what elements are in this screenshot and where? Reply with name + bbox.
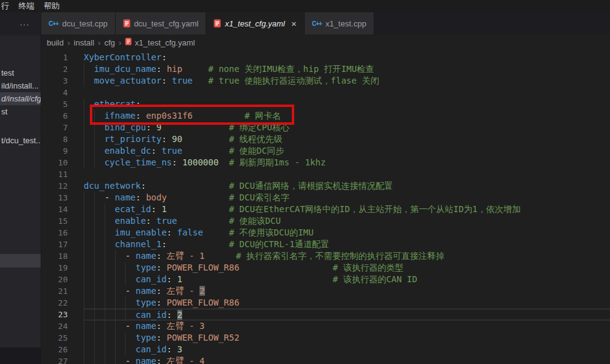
line-number[interactable]: 5 <box>41 98 84 110</box>
line-number[interactable]: 27 <box>41 355 84 364</box>
code-line[interactable]: 16imu_enable: false # 不使用该DCU的IMU <box>41 227 610 239</box>
menu-item[interactable]: 终端 <box>18 0 34 12</box>
token-k: name <box>135 321 156 331</box>
line-number[interactable]: 23 <box>41 309 84 320</box>
indent-guide <box>115 297 126 309</box>
sidebar-item[interactable]: ild/install... <box>0 79 41 92</box>
code-line[interactable]: 21- name: 左臂 - 2 <box>41 285 610 297</box>
line-number[interactable]: 6 <box>41 110 84 122</box>
sidebar-item[interactable]: test <box>0 66 41 79</box>
code-text: imu_dcu_name: hip # none 关闭IMU检查，hip 打开I… <box>84 63 610 75</box>
token-k: name <box>135 286 156 296</box>
menu-item[interactable]: 帮助 <box>44 0 60 12</box>
indent-guide <box>94 332 105 344</box>
code-line[interactable]: 10cycle_time_ns: 1000000 # 刷新周期1ms - 1kh… <box>41 157 610 168</box>
token-s: POWER_FLOW_R52 <box>167 333 239 342</box>
code-line[interactable]: 8rt_priority: 90 # 线程优先级 <box>41 133 610 145</box>
indent-guide <box>105 215 115 227</box>
tab-label: x1_test_cfg.yaml <box>225 19 285 28</box>
code-line[interactable]: 5ethercat: <box>41 98 610 110</box>
breadcrumb-segment[interactable]: cfg <box>104 38 114 47</box>
code-line[interactable]: 6ifname: enp0s31f6 # 网卡名 <box>41 110 610 122</box>
code-line[interactable]: 19type: POWER_FLOW_R86 # 该执行器的类型 <box>41 262 610 274</box>
code-text: can_id: 3 <box>84 344 610 355</box>
code-text: move_actuator: true # true 使能执行器运动测试，fla… <box>84 75 610 87</box>
token-k: imu_dcu_name <box>94 64 156 74</box>
code-line[interactable]: 25type: POWER_FLOW_R52 <box>41 332 610 344</box>
line-number[interactable]: 25 <box>41 332 84 344</box>
line-number[interactable]: 9 <box>41 145 84 157</box>
line-number[interactable]: 3 <box>41 75 84 87</box>
line-number[interactable]: 16 <box>41 227 84 239</box>
editor-tab[interactable]: C++dcu_test.cpp <box>41 12 116 34</box>
indent-guide <box>84 98 94 110</box>
token-n: 3 <box>177 344 182 354</box>
code-text: rt_priority: 90 # 线程优先级 <box>84 133 610 145</box>
line-number[interactable]: 12 <box>41 180 84 192</box>
code-line[interactable]: 4 <box>41 87 610 98</box>
breadcrumb-segment[interactable]: install <box>74 38 94 47</box>
close-icon[interactable]: × <box>291 18 297 29</box>
editor-tab[interactable]: C++x1_test.cpp <box>305 12 374 34</box>
code-line[interactable]: 12dcu_network: # DCU通信网络，请根据实机连接情况配置 <box>41 180 610 192</box>
sidebar-item[interactable]: st <box>0 105 41 118</box>
code-line[interactable]: 24- name: 左臂 - 3 <box>41 320 610 332</box>
indent-guide <box>94 309 105 321</box>
line-number[interactable]: 11 <box>41 168 84 180</box>
code-line[interactable]: 26can_id: 3 <box>41 344 610 355</box>
token-w <box>239 263 333 272</box>
line-number[interactable]: 14 <box>41 204 84 215</box>
line-number[interactable]: 19 <box>41 262 84 274</box>
line-number[interactable]: 24 <box>41 320 84 332</box>
line-number[interactable]: 2 <box>41 63 84 75</box>
token-p: : <box>167 228 172 237</box>
token-w <box>151 122 156 132</box>
sidebar-item[interactable]: d/install/cfg <box>0 92 41 105</box>
code-line[interactable]: 11 <box>41 168 610 180</box>
code-line[interactable]: 1XyberController: <box>41 52 610 63</box>
line-number[interactable]: 20 <box>41 274 84 285</box>
breadcrumb-separator: › <box>98 38 100 47</box>
code-line[interactable]: 27- name: 左臂 - 4 <box>41 355 610 364</box>
indent-guide <box>105 227 115 239</box>
line-number[interactable]: 17 <box>41 239 84 250</box>
line-number[interactable]: 18 <box>41 250 84 262</box>
code-line[interactable]: 9enable_dc: true # 使能DC同步 <box>41 145 610 157</box>
code-line[interactable]: 14ecat_id: 1 # DCU在EtherCAT网络中的ID，从主站开始，… <box>41 204 610 215</box>
token-p: - <box>105 192 115 202</box>
code-line[interactable]: 17channel_1: # DCU的CTRL-1通道配置 <box>41 239 610 250</box>
line-number[interactable]: 8 <box>41 133 84 145</box>
code-line[interactable]: 20can_id: 1 # 该执行器的CAN ID <box>41 274 610 285</box>
line-number[interactable]: 26 <box>41 344 84 355</box>
sidebar-item[interactable]: t/dcu_test... <box>0 134 41 147</box>
code-line[interactable]: 18- name: 左臂 - 1 # 执行器索引名字，不需要控制的执行器可直接注… <box>41 250 610 262</box>
token-k: name <box>135 251 156 261</box>
line-number[interactable]: 22 <box>41 297 84 309</box>
token-w <box>205 251 236 261</box>
code-line[interactable]: 7bind_cpu: 9 # 绑定CPU核心 <box>41 122 610 133</box>
line-number[interactable]: 1 <box>41 52 84 63</box>
code-line[interactable]: 22type: POWER_FLOW_R86 <box>41 297 610 309</box>
menu-item[interactable]: 行 <box>1 0 9 12</box>
code-line[interactable]: 23can_id: 2 <box>41 309 610 320</box>
more-actions-icon[interactable]: ··· <box>20 20 30 29</box>
line-number[interactable]: 7 <box>41 122 84 133</box>
breadcrumb-segment[interactable]: build <box>47 38 63 47</box>
line-number[interactable]: 21 <box>41 285 84 297</box>
editor-tab[interactable]: x1_test_cfg.yaml× <box>206 12 304 34</box>
token-w <box>167 192 229 202</box>
code-line[interactable]: 2imu_dcu_name: hip # none 关闭IMU检查，hip 打开… <box>41 63 610 75</box>
editor-tab[interactable]: dcu_test_cfg.yaml <box>116 12 207 34</box>
sidebar-highlighted-row[interactable] <box>0 254 41 267</box>
line-number[interactable]: 15 <box>41 215 84 227</box>
line-number[interactable]: 13 <box>41 192 84 204</box>
code-area[interactable]: 1XyberController:2imu_dcu_name: hip # no… <box>41 50 610 364</box>
code-line[interactable]: 3move_actuator: true # true 使能执行器运动测试，fl… <box>41 75 610 87</box>
indent-guide <box>94 204 105 215</box>
code-line[interactable]: 13- name: body # DCU索引名字 <box>41 192 610 204</box>
breadcrumb-file[interactable]: x1_test_cfg.yaml <box>125 38 195 47</box>
line-number[interactable]: 10 <box>41 157 84 168</box>
line-number[interactable]: 4 <box>41 87 84 98</box>
token-w <box>161 356 166 364</box>
code-line[interactable]: 15enable: true # 使能该DCU <box>41 215 610 227</box>
